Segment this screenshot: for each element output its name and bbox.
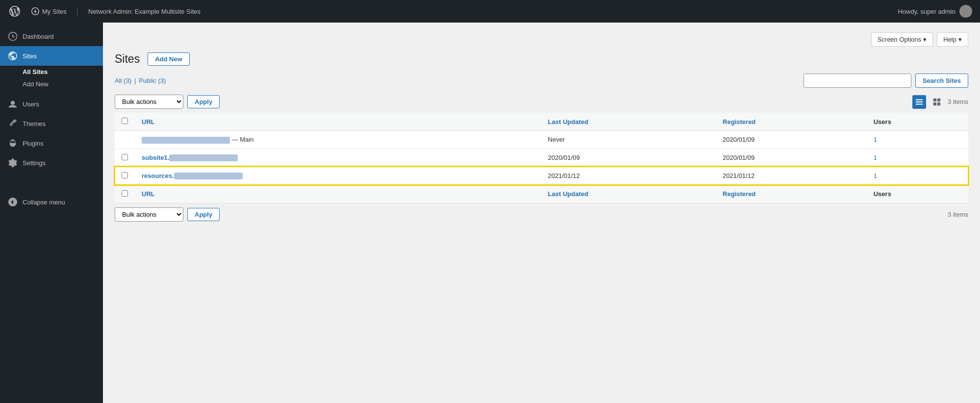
row3-url-prefix: resources. [142,172,174,179]
sites-table: URL Last Updated Registered Users [115,113,968,203]
screen-options-button[interactable]: Screen Options ▾ [871,32,933,47]
row2-last-updated: 2020/01/09 [541,149,716,167]
sidebar-users-label: Users [23,101,39,108]
list-view-button[interactable] [912,95,926,109]
bottom-bulk-bar: Bulk actions Apply 3 items [115,207,968,222]
main-content: Screen Options ▾ Help ▾ Sites Add New Al… [103,23,980,403]
registered-column-header[interactable]: Registered [716,113,867,131]
page-header: Sites Add New [115,52,968,66]
grid-view-button[interactable] [930,95,944,109]
footer-select-all-column [115,185,135,203]
filter-all-link[interactable]: All (3) [115,77,131,84]
bulk-actions-select-bottom[interactable]: Bulk actions [115,207,183,222]
row2-users-link[interactable]: 1 [874,154,877,161]
top-bulk-bar: Bulk actions Apply 3 items [115,95,968,109]
sites-icon [8,51,18,61]
url-column-header[interactable]: URL [135,113,541,131]
filter-public-link[interactable]: Public (3) [139,77,166,84]
themes-icon [8,119,18,128]
row1-url-cell: — Main [135,131,541,149]
wp-logo-icon[interactable] [8,4,22,18]
sidebar-plugins-label: Plugins [23,140,44,147]
sidebar-sub-sites: All Sites Add New [0,66,103,94]
filter-links: All (3) | Public (3) [115,77,166,84]
last-updated-column-header[interactable]: Last Updated [541,113,716,131]
chevron-down-icon: ▾ [923,36,927,43]
row2-url-link[interactable]: subsite1. [142,154,238,161]
sidebar-item-themes[interactable]: Themes [0,114,103,133]
table-row: subsite1. 2020/01/09 2020/01/09 1 [115,149,968,167]
plugins-icon [8,138,18,148]
row2-registered: 2020/01/09 [716,149,867,167]
sidebar-sub-add-new[interactable]: Add New [23,78,103,90]
sidebar-item-dashboard[interactable]: Dashboard [0,26,103,46]
row1-registered: 2020/01/09 [716,131,867,149]
bulk-actions-select-top[interactable]: Bulk actions [115,95,183,109]
sidebar: Dashboard Sites All Sites Add New Users … [0,23,103,403]
row1-url-blurred [142,137,230,144]
footer-select-all-checkbox[interactable] [122,190,128,197]
row1-checkbox-cell [115,131,135,149]
sidebar-item-sites[interactable]: Sites [0,46,103,66]
items-count-top: 3 items [948,98,968,105]
page-title: Sites [115,52,140,66]
row3-url-link[interactable]: resources. [142,172,243,179]
search-sites-button[interactable]: Search Sites [915,74,968,88]
table-footer-row: URL Last Updated Registered Users [115,185,968,203]
screen-options-bar: Screen Options ▾ Help ▾ [115,32,968,47]
help-button[interactable]: Help ▾ [937,32,968,47]
row2-checkbox-cell [115,149,135,167]
top-bar: My Sites | Network Admin: Example Multis… [0,0,980,23]
row1-last-updated: Never [541,131,716,149]
sidebar-dashboard-label: Dashboard [23,33,54,40]
bulk-right: 3 items [912,95,968,109]
settings-icon [8,158,18,168]
sidebar-sites-label: Sites [23,52,37,60]
add-new-button[interactable]: Add New [148,52,190,66]
network-admin-label: Network Admin: Example Multisite Sites [88,8,201,15]
row3-registered: 2021/01/12 [716,167,867,185]
howdy-text: Howdy, super admin [898,8,955,15]
bottom-bulk-left: Bulk actions Apply [115,207,220,222]
sidebar-item-settings[interactable]: Settings [0,153,103,173]
items-count-bottom: 3 items [948,211,968,218]
collapse-menu-button[interactable]: Collapse menu [0,192,103,212]
dashboard-icon [8,31,18,41]
footer-registered-column[interactable]: Registered [716,185,867,203]
select-all-column [115,113,135,131]
users-column-header: Users [867,113,968,131]
row2-url-prefix: subsite1. [142,154,169,161]
row2-url-cell: subsite1. [135,149,541,167]
row3-users: 1 [867,167,968,185]
table-row: — Main Never 2020/01/09 1 [115,131,968,149]
sidebar-sub-all-sites[interactable]: All Sites [23,66,103,78]
apply-button-bottom[interactable]: Apply [187,208,220,221]
row1-url-suffix: — Main [232,136,254,143]
table-row-highlighted: resources. 2021/01/12 2021/01/12 1 [115,167,968,185]
row3-users-link[interactable]: 1 [874,172,877,179]
filter-bar: All (3) | Public (3) Search Sites [115,74,968,88]
row1-url-link[interactable] [142,136,232,143]
footer-users-column: Users [867,185,968,203]
collapse-menu-label: Collapse menu [23,199,65,206]
row3-checkbox[interactable] [122,172,128,178]
search-input[interactable] [804,74,911,88]
row2-checkbox[interactable] [122,154,128,160]
apply-button-top[interactable]: Apply [187,95,220,108]
bulk-left: Bulk actions Apply [115,95,220,109]
chevron-down-icon-help: ▾ [958,36,962,43]
row3-checkbox-cell [115,167,135,185]
footer-url-column[interactable]: URL [135,185,541,203]
table-header-row: URL Last Updated Registered Users [115,113,968,131]
sidebar-item-plugins[interactable]: Plugins [0,133,103,153]
select-all-checkbox[interactable] [122,118,128,124]
footer-last-updated-column[interactable]: Last Updated [541,185,716,203]
sidebar-themes-label: Themes [23,120,46,127]
collapse-icon [8,197,18,207]
row1-users-link[interactable]: 1 [874,136,877,143]
search-bar: Search Sites [804,74,968,88]
sidebar-settings-label: Settings [23,159,46,167]
my-sites-link[interactable]: My Sites [31,7,67,15]
row2-url-blurred [169,154,238,161]
sidebar-item-users[interactable]: Users [0,94,103,114]
